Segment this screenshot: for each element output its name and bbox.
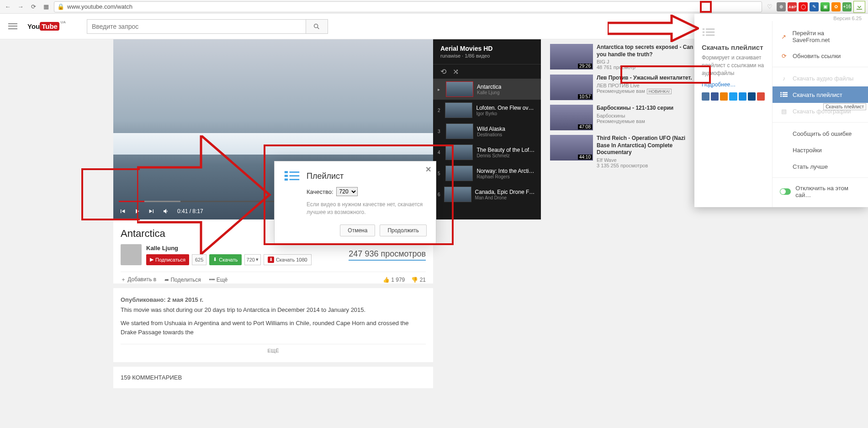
browser-toolbar: ← → ⟳ ▦ 🔒 www.youtube.com/watch ♡ ⊕ ᴀʙᴘ … [0, 0, 868, 14]
playlist-title[interactable]: Aerial Movies HD [440, 45, 534, 52]
search-form [87, 19, 328, 34]
recommendation-item[interactable]: 44:10Third Reich - Operation UFO (Nazi B… [550, 135, 696, 168]
guide-button[interactable] [7, 21, 18, 32]
subscriber-count: 625 [192, 254, 206, 265]
share-button[interactable]: ➦ Поделиться [164, 277, 201, 283]
menu-improve[interactable]: Стать лучше [773, 158, 868, 175]
toggle-switch[interactable] [780, 188, 791, 195]
tw-icon[interactable] [729, 92, 737, 101]
menu-refresh-links[interactable]: ⟳ Обновить ссылки [773, 48, 868, 64]
savefrom-ext-icon[interactable] [853, 1, 865, 13]
svg-rect-0 [857, 9, 862, 10]
playlist-items[interactable]: ▸AntarcticaKalle Ljung2Lofoten. One Flew… [433, 79, 541, 205]
playlist-subtitle: runawise · 1/86 видео [440, 53, 534, 59]
recommendation-item[interactable]: 29:26Antarctica top secrets exposed - Ca… [550, 44, 696, 70]
fb-icon[interactable] [711, 92, 719, 101]
ext-heading: Скачать плейлист [702, 43, 765, 51]
menu-goto-savefrom[interactable]: ↗ Перейти на SaveFrom.net [773, 26, 868, 48]
svg-rect-20 [783, 96, 788, 96]
playlist-item[interactable]: 3Wild AlaskaDestinations [433, 121, 541, 142]
extension-tray: ♡ ⊕ ᴀʙᴘ ◯ ✎ ▣ ✿ +16 [765, 1, 865, 13]
recommendation-item[interactable]: 47:08Барбоскины - 121-130 серииБарбоскин… [550, 105, 696, 130]
address-bar[interactable]: 🔒 www.youtube.com/watch [54, 1, 762, 12]
svg-rect-7 [285, 178, 288, 181]
svg-rect-14 [706, 34, 715, 36]
menu-disable-site[interactable]: Отключить на этом сай… [773, 181, 868, 203]
dialog-title: Плейлист [307, 171, 344, 181]
heart-icon[interactable]: ♡ [765, 2, 775, 12]
menu-report[interactable]: Сообщить об ошибке [773, 125, 868, 142]
comments-header: 159 КОММЕНТАРИЕВ [113, 367, 433, 388]
play-icon[interactable] [133, 208, 141, 215]
quality-select[interactable]: 720 [336, 187, 358, 196]
svg-rect-5 [285, 175, 288, 177]
ext-icon-5[interactable]: ▣ [820, 2, 830, 11]
prev-icon[interactable] [119, 208, 126, 215]
avatar[interactable] [121, 244, 142, 265]
svg-rect-19 [780, 96, 782, 96]
ext-badge-count[interactable]: +16 [842, 2, 852, 11]
apps-button[interactable]: ▦ [41, 2, 51, 12]
playlist-item[interactable]: 4The Beauty of the LofotenDennis Schmelz [433, 142, 541, 163]
ext-icon-1[interactable]: ⊕ [777, 2, 786, 11]
svg-rect-15 [780, 92, 782, 93]
ext-description: Формирует и скачивает плейлист с ссылкам… [702, 54, 765, 77]
youtube-logo[interactable]: YouTubeUA [27, 22, 59, 31]
menu-settings[interactable]: Настройки [773, 142, 868, 158]
cancel-button[interactable]: Отмена [340, 225, 375, 236]
player-time: 0:41 / 8:17 [177, 208, 203, 214]
forward-button[interactable]: → [16, 2, 26, 12]
menu-download-playlist[interactable]: Скачать плейлист Скачать плейлист [773, 86, 868, 103]
add-to-button[interactable]: ＋ Добавить в [121, 276, 156, 284]
close-icon[interactable]: ✕ [425, 165, 431, 174]
recommendation-item[interactable]: 10:57Лев Против - Ужасный менталитет.ЛЕВ… [550, 75, 696, 100]
svg-rect-17 [780, 94, 782, 95]
gplus-icon[interactable] [757, 92, 765, 101]
playlist-dialog: ✕ Плейлист Качество: 720 Если видео в ну… [274, 161, 436, 245]
ext-icon-4[interactable]: ✎ [810, 2, 819, 11]
back-button[interactable]: ← [3, 2, 13, 12]
ext-icon-3[interactable]: ◯ [799, 2, 808, 11]
playlist-item[interactable]: 6Canada, Epic Drone Footage of British C… [433, 184, 541, 205]
ext-more-link[interactable]: Подробнее… [702, 81, 765, 88]
ext-icon-2[interactable]: ᴀʙᴘ [788, 2, 797, 11]
subscribe-button[interactable]: ▶ Подписаться [146, 254, 189, 265]
reload-button[interactable]: ⟳ [28, 2, 38, 12]
continue-button[interactable]: Продолжить [380, 225, 427, 236]
extension-popup: Версия 6.25 Скачать плейлист Формирует и… [694, 14, 868, 207]
lj-icon[interactable] [748, 92, 756, 101]
download-1080-button[interactable]: ⬇Скачать 1080 [264, 254, 312, 265]
shuffle-icon[interactable]: ⤨ [453, 67, 459, 76]
more-actions-button[interactable]: ••• Ещё [209, 277, 228, 283]
ext-version: Версия 6.25 [694, 14, 868, 21]
svg-rect-8 [290, 179, 300, 180]
download-button[interactable]: ⬇ Скачать [209, 254, 241, 265]
description-line: This movie was shot during our 20 days t… [121, 305, 426, 315]
tooltip: Скачать плейлист [823, 103, 866, 110]
author-name[interactable]: Kalle Ljung [146, 245, 312, 251]
ok-icon[interactable] [720, 92, 728, 101]
download-quality-select[interactable]: 720 ▾ [244, 254, 261, 265]
recommendations: 29:26Antarctica top secrets exposed - Ca… [550, 39, 696, 388]
photo-icon: ▧ [780, 107, 788, 115]
ext-icon-6[interactable]: ✿ [831, 2, 841, 11]
vk-icon[interactable] [702, 92, 709, 101]
show-more-button[interactable]: ЕЩЁ [121, 344, 426, 355]
search-input[interactable] [87, 19, 306, 34]
playlist-item[interactable]: ▸AntarcticaKalle Ljung [433, 79, 541, 100]
dislike-button[interactable]: 👎 21 [411, 277, 426, 283]
search-button[interactable] [306, 19, 328, 34]
like-button[interactable]: 👍 1 979 [383, 277, 405, 283]
loop-icon[interactable]: ⟲ [440, 67, 446, 76]
external-link-icon: ↗ [780, 32, 788, 41]
next-icon[interactable] [148, 208, 155, 215]
mail-icon[interactable] [739, 92, 746, 101]
dialog-note: Если видео в нужном качестве нет, скачае… [307, 201, 427, 216]
playlist-icon [284, 170, 300, 182]
playlist-item[interactable]: 2Lofoten. One Flew over No…Igor Byrko [433, 100, 541, 121]
svg-line-2 [318, 27, 319, 29]
description-box: Опубликовано: 2 мая 2015 г. This movie w… [113, 288, 433, 362]
music-icon: ♪ [780, 74, 788, 82]
playlist-item[interactable]: 5Norway: Into the Arctic 4KRaphael Roger… [433, 163, 541, 184]
volume-icon[interactable] [163, 208, 170, 215]
